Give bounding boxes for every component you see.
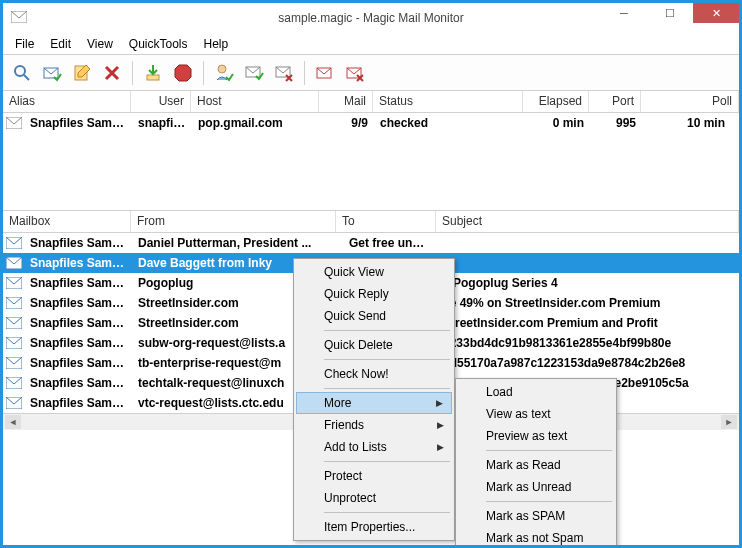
search-button[interactable] xyxy=(9,60,35,86)
mail-remove-button[interactable] xyxy=(342,60,368,86)
menu-file[interactable]: File xyxy=(7,34,42,54)
cell-subject: Get free unlimited cloud storage xyxy=(343,234,431,252)
cell-poll: 10 min xyxy=(642,114,739,132)
menu-separator xyxy=(324,388,450,389)
cell-subject: ve 49% on StreetInsider.com Premium xyxy=(437,294,739,312)
cell-mailbox: Snapfiles Sample xyxy=(24,294,132,312)
scroll-left-icon[interactable]: ◄ xyxy=(5,415,21,429)
cell-subject: StreetInsider.com Premium and Profit xyxy=(437,314,739,332)
mail-icon xyxy=(6,297,22,309)
close-button[interactable]: ✕ xyxy=(693,3,739,23)
cell-mailbox: Snapfiles Sample xyxy=(24,234,132,252)
cell-mailbox: Snapfiles Sample xyxy=(24,334,132,352)
delete-button[interactable] xyxy=(99,60,125,86)
mail-icon xyxy=(6,117,22,129)
scroll-right-icon[interactable]: ► xyxy=(721,415,737,429)
stop-button[interactable] xyxy=(170,60,196,86)
col-poll[interactable]: Poll xyxy=(641,91,739,112)
menu-item[interactable]: More▶ xyxy=(296,392,452,414)
menu-item[interactable]: Load xyxy=(458,381,614,403)
menu-item[interactable]: Check Now! xyxy=(296,363,452,385)
message-row[interactable]: Snapfiles SampleDaniel Putterman, Presid… xyxy=(3,233,739,253)
col-from[interactable]: From xyxy=(131,211,336,232)
svg-line-2 xyxy=(24,75,29,80)
context-menu: Quick ViewQuick ReplyQuick SendQuick Del… xyxy=(293,258,455,541)
menu-separator xyxy=(324,330,450,331)
menu-item[interactable]: Mark as SPAM xyxy=(458,505,614,527)
user-ok-button[interactable] xyxy=(211,60,237,86)
chevron-right-icon: ▶ xyxy=(436,398,443,408)
context-submenu: LoadView as textPreview as textMark as R… xyxy=(455,378,617,548)
mail-icon xyxy=(6,277,22,289)
download-button[interactable] xyxy=(140,60,166,86)
menu-item[interactable]: Quick Send xyxy=(296,305,452,327)
cell-subject: a Pogoplug Series 4 xyxy=(437,274,739,292)
maximize-button[interactable]: ☐ xyxy=(647,3,693,23)
cell-status: checked xyxy=(374,114,524,132)
col-port[interactable]: Port xyxy=(589,91,641,112)
cell-mailbox: Snapfiles Sample xyxy=(24,374,132,392)
col-status[interactable]: Status xyxy=(373,91,523,112)
new-mail-button[interactable] xyxy=(312,60,338,86)
edit-button[interactable] xyxy=(69,60,95,86)
cell-port: 995 xyxy=(590,114,642,132)
accounts-pane: Alias User Host Mail Status Elapsed Port… xyxy=(3,91,739,211)
cell-elapsed: 0 min xyxy=(524,114,590,132)
mail-icon xyxy=(6,317,22,329)
menu-separator xyxy=(486,501,612,502)
mail-icon xyxy=(6,377,22,389)
col-subject[interactable]: Subject xyxy=(436,211,739,232)
cell-mailbox: Snapfiles Sample xyxy=(24,394,132,412)
mail-ok-button[interactable] xyxy=(241,60,267,86)
col-elapsed[interactable]: Elapsed xyxy=(523,91,589,112)
mail-icon xyxy=(6,237,22,249)
col-user[interactable]: User xyxy=(131,91,191,112)
menu-item[interactable]: Mark as Read xyxy=(458,454,614,476)
app-icon xyxy=(11,11,27,23)
menu-item[interactable]: Protect xyxy=(296,465,452,487)
cell-mailbox: Snapfiles Sample xyxy=(24,314,132,332)
toolbar-separator xyxy=(132,61,133,85)
menu-view[interactable]: View xyxy=(79,34,121,54)
menu-item[interactable]: Quick Reply xyxy=(296,283,452,305)
menu-item[interactable]: Friends▶ xyxy=(296,414,452,436)
col-alias[interactable]: Alias xyxy=(3,91,131,112)
menu-edit[interactable]: Edit xyxy=(42,34,79,54)
toolbar-separator xyxy=(304,61,305,85)
menu-help[interactable]: Help xyxy=(196,34,237,54)
mail-icon xyxy=(6,397,22,409)
menu-item[interactable]: View as text xyxy=(458,403,614,425)
menu-separator xyxy=(324,359,450,360)
col-host[interactable]: Host xyxy=(191,91,319,112)
cell-mailbox: Snapfiles Sample xyxy=(24,254,132,272)
menu-quicktools[interactable]: QuickTools xyxy=(121,34,196,54)
chevron-right-icon: ▶ xyxy=(437,420,444,430)
cell-alias: Snapfiles Sample xyxy=(24,114,132,132)
menu-item[interactable]: Quick Delete xyxy=(296,334,452,356)
menu-item[interactable]: Mark as Unread xyxy=(458,476,614,498)
col-to[interactable]: To xyxy=(336,211,436,232)
menu-item[interactable]: Unprotect xyxy=(296,487,452,509)
menu-item[interactable]: Mark as not Spam xyxy=(458,527,614,548)
menu-item[interactable]: Preview as text xyxy=(458,425,614,447)
chevron-right-icon: ▶ xyxy=(437,442,444,452)
col-mailbox[interactable]: Mailbox xyxy=(3,211,131,232)
minimize-button[interactable]: ─ xyxy=(601,3,647,23)
cell-user: snapfile... xyxy=(132,114,192,132)
account-row[interactable]: Snapfiles Sample snapfile... pop.gmail.c… xyxy=(3,113,739,133)
menu-separator xyxy=(324,461,450,462)
menu-item[interactable]: Item Properties... xyxy=(296,516,452,538)
menu-separator xyxy=(486,450,612,451)
col-mail[interactable]: Mail xyxy=(319,91,373,112)
menu-item[interactable]: Add to Lists▶ xyxy=(296,436,452,458)
mail-delete-button[interactable] xyxy=(271,60,297,86)
cell-subject: 1233bd4dc91b9813361e2855e4bf99b80e xyxy=(437,334,739,352)
svg-point-1 xyxy=(15,66,25,76)
svg-marker-6 xyxy=(175,65,191,81)
check-mail-button[interactable] xyxy=(39,60,65,86)
menu-item[interactable]: Quick View xyxy=(296,261,452,283)
svg-rect-5 xyxy=(147,75,159,80)
mail-icon xyxy=(6,257,22,269)
mail-icon xyxy=(6,337,22,349)
cell-mailbox: Snapfiles Sample xyxy=(24,354,132,372)
